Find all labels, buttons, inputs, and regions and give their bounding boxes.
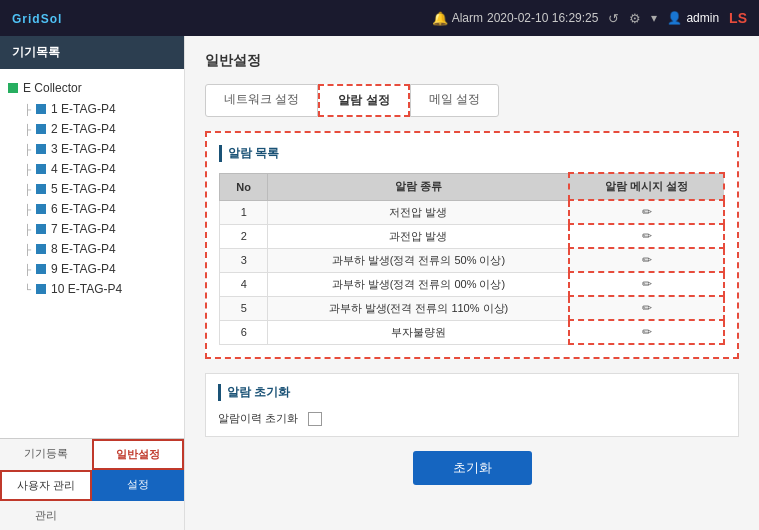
reset-checkbox[interactable] — [308, 412, 322, 426]
tree-item[interactable]: ├ 3 E-TAG-P4 — [16, 139, 184, 159]
item-status-icon — [36, 144, 46, 154]
nav-tab-management[interactable]: 관리 — [0, 501, 92, 530]
alarm-label: Alarm — [452, 11, 483, 25]
tree-item[interactable]: ├ 6 E-TAG-P4 — [16, 199, 184, 219]
tab-bar: 네트워크 설정 알람 설정 메일 설정 — [205, 84, 739, 117]
nav-tab-device-register[interactable]: 기기등록 — [0, 439, 92, 470]
header-right: 🔔 Alarm 2020-02-10 16:29:25 ↺ ⚙ ▾ 👤 admi… — [432, 10, 747, 26]
cell-edit[interactable]: ✏ — [569, 320, 724, 344]
tree-item[interactable]: ├ 7 E-TAG-P4 — [16, 219, 184, 239]
edit-icon[interactable]: ✏ — [642, 229, 652, 243]
edit-icon[interactable]: ✏ — [642, 253, 652, 267]
nav-tab-settings[interactable]: 설정 — [92, 470, 184, 501]
cell-type: 저전압 발생 — [268, 200, 569, 224]
cell-edit[interactable]: ✏ — [569, 296, 724, 320]
nav-tab-user-management[interactable]: 사용자 관리 — [0, 470, 92, 501]
tree-line-icon: ├ — [24, 204, 31, 215]
cell-edit[interactable]: ✏ — [569, 272, 724, 296]
logo-sol: Sol — [41, 12, 63, 26]
cell-type: 과부하 발생(정격 전류의 50% 이상) — [268, 248, 569, 272]
user-icon: 👤 — [667, 11, 682, 25]
cell-no: 5 — [220, 296, 268, 320]
edit-icon[interactable]: ✏ — [642, 325, 652, 339]
cell-type: 부자불량원 — [268, 320, 569, 344]
logo: GridSol — [12, 9, 62, 27]
item-status-icon — [36, 204, 46, 214]
reset-title: 알람 초기화 — [218, 384, 726, 401]
tree-item-label: 9 E-TAG-P4 — [51, 262, 115, 276]
item-status-icon — [36, 264, 46, 274]
tree-item-label: 10 E-TAG-P4 — [51, 282, 122, 296]
col-type: 알람 종류 — [268, 173, 569, 200]
root-label: E Collector — [23, 81, 82, 95]
item-status-icon — [36, 184, 46, 194]
tree-item[interactable]: ├ 4 E-TAG-P4 — [16, 159, 184, 179]
cell-no: 3 — [220, 248, 268, 272]
init-button[interactable]: 초기화 — [413, 451, 532, 485]
cell-no: 1 — [220, 200, 268, 224]
refresh-icon[interactable]: ↺ — [608, 11, 619, 26]
reset-section: 알람 초기화 알람이력 초기화 — [205, 373, 739, 437]
alarm-list-title: 알람 목록 — [219, 145, 725, 162]
tree-item[interactable]: └ 10 E-TAG-P4 — [16, 279, 184, 299]
cell-edit[interactable]: ✏ — [569, 224, 724, 248]
reset-row: 알람이력 초기화 — [218, 411, 726, 426]
item-status-icon — [36, 164, 46, 174]
tree-root[interactable]: E Collector — [0, 77, 184, 99]
tree-line-icon: ├ — [24, 264, 31, 275]
table-row: 3 과부하 발생(정격 전류의 50% 이상) ✏ — [220, 248, 725, 272]
item-status-icon — [36, 284, 46, 294]
username: admin — [686, 11, 719, 25]
tree-item-label: 3 E-TAG-P4 — [51, 142, 115, 156]
cell-type: 과부하 발생(전격 전류의 110% 이상) — [268, 296, 569, 320]
tree-line-icon: ├ — [24, 184, 31, 195]
tab-mail-settings[interactable]: 메일 설정 — [410, 84, 499, 117]
cell-no: 2 — [220, 224, 268, 248]
tab-network-settings[interactable]: 네트워크 설정 — [205, 84, 318, 117]
edit-icon[interactable]: ✏ — [642, 205, 652, 219]
page-title: 일반설정 — [205, 52, 739, 70]
table-row: 6 부자불량원 ✏ — [220, 320, 725, 344]
settings-icon[interactable]: ⚙ — [629, 11, 641, 26]
cell-edit[interactable]: ✏ — [569, 200, 724, 224]
sidebar-title: 기기목록 — [0, 36, 184, 69]
sidebar: 기기목록 E Collector ├ 1 E-TAG-P4 ├ 2 E-TAG-… — [0, 36, 185, 530]
table-row: 4 과부하 발생(정격 전류의 00% 이상) ✏ — [220, 272, 725, 296]
alarm-status: 🔔 Alarm 2020-02-10 16:29:25 — [432, 11, 599, 26]
tree-item[interactable]: ├ 1 E-TAG-P4 — [16, 99, 184, 119]
tree-item[interactable]: ├ 5 E-TAG-P4 — [16, 179, 184, 199]
tab-alarm-settings[interactable]: 알람 설정 — [318, 84, 409, 117]
user-label: 👤 admin — [667, 11, 719, 25]
cell-no: 4 — [220, 272, 268, 296]
tree-line-icon: └ — [24, 284, 31, 295]
root-status-icon — [8, 83, 18, 93]
tree-item-label: 1 E-TAG-P4 — [51, 102, 115, 116]
sidebar-bottom: 기기등록 일반설정 사용자 관리 설정 관리 — [0, 438, 184, 530]
edit-icon[interactable]: ✏ — [642, 277, 652, 291]
alarm-icon: 🔔 — [432, 11, 448, 26]
cell-no: 6 — [220, 320, 268, 344]
tree-line-icon: ├ — [24, 144, 31, 155]
nav-tab-general-settings[interactable]: 일반설정 — [92, 439, 184, 470]
cell-type: 과부하 발생(정격 전류의 00% 이상) — [268, 272, 569, 296]
tree-line-icon: ├ — [24, 244, 31, 255]
item-status-icon — [36, 224, 46, 234]
logo-grid: Grid — [12, 12, 41, 26]
edit-icon[interactable]: ✏ — [642, 301, 652, 315]
tree-line-icon: ├ — [24, 124, 31, 135]
item-status-icon — [36, 244, 46, 254]
main-content: 일반설정 네트워크 설정 알람 설정 메일 설정 알람 목록 No 알람 종류 … — [185, 36, 759, 530]
tree-item[interactable]: ├ 9 E-TAG-P4 — [16, 259, 184, 279]
alarm-table: No 알람 종류 알람 메시지 설정 1 저전압 발생 ✏ 2 과전압 발생 ✏ — [219, 172, 725, 345]
tree-item[interactable]: ├ 8 E-TAG-P4 — [16, 239, 184, 259]
table-row: 2 과전압 발생 ✏ — [220, 224, 725, 248]
tree-children: ├ 1 E-TAG-P4 ├ 2 E-TAG-P4 ├ 3 E-TAG-P4 ├ — [0, 99, 184, 299]
table-row: 5 과부하 발생(전격 전류의 110% 이상) ✏ — [220, 296, 725, 320]
cell-edit[interactable]: ✏ — [569, 248, 724, 272]
col-no: No — [220, 173, 268, 200]
col-message-setting: 알람 메시지 설정 — [569, 173, 724, 200]
tree-item[interactable]: ├ 2 E-TAG-P4 — [16, 119, 184, 139]
ls-logo: LS — [729, 10, 747, 26]
tree-line-icon: ├ — [24, 164, 31, 175]
bottom-nav-tabs: 기기등록 일반설정 사용자 관리 설정 관리 — [0, 439, 184, 530]
